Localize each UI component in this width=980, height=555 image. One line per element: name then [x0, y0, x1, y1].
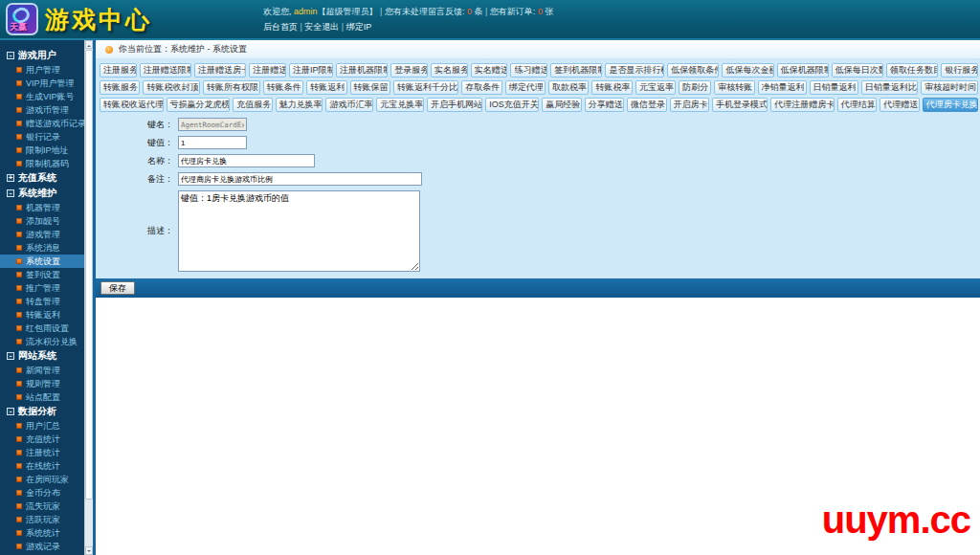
- tab-button[interactable]: 实名服务: [431, 63, 468, 78]
- sidebar-scrollbar[interactable]: [84, 40, 93, 555]
- sidebar-item[interactable]: 站点配置: [0, 390, 84, 404]
- tab-button[interactable]: 转账税率: [591, 80, 632, 95]
- tab-button[interactable]: 转账返利: [306, 80, 346, 95]
- tab-button[interactable]: 审核转账: [714, 80, 754, 95]
- tab-button[interactable]: 微信登录: [627, 98, 666, 112]
- scroll-down-icon[interactable]: [85, 546, 93, 555]
- minus-box-icon[interactable]: -: [7, 189, 14, 197]
- name-field[interactable]: [178, 154, 315, 167]
- scroll-up-icon[interactable]: [85, 40, 93, 49]
- tab-button[interactable]: IOS充值开关: [485, 98, 539, 112]
- tab-button[interactable]: 赢局经验: [542, 98, 581, 112]
- tab-button[interactable]: 签到机器限制: [550, 63, 602, 78]
- sidebar-section[interactable]: -数据分析: [0, 404, 84, 419]
- tab-button[interactable]: 转账税收封顶: [143, 80, 200, 95]
- header-link[interactable]: 绑定IP: [346, 22, 372, 32]
- tab-button[interactable]: 开启手机网站: [427, 98, 482, 112]
- sidebar-item[interactable]: 推广管理: [0, 281, 84, 295]
- tab-button[interactable]: 转账条件: [263, 80, 303, 95]
- sidebar-item[interactable]: 规则管理: [0, 377, 84, 390]
- sidebar-item[interactable]: 新闻管理: [0, 364, 84, 377]
- tab-button[interactable]: 绑定代理: [505, 80, 546, 95]
- sidebar-item[interactable]: 限制机器码: [0, 157, 84, 170]
- tab-button[interactable]: 实名赠送: [471, 63, 508, 78]
- minus-box-icon[interactable]: -: [7, 408, 14, 415]
- tab-button[interactable]: 注册机器限制: [336, 63, 388, 78]
- tab-button[interactable]: 领取任务数目: [886, 63, 938, 78]
- header-link[interactable]: 安全退出: [304, 22, 339, 32]
- sidebar-item[interactable]: 金币分布: [0, 486, 84, 500]
- tab-button[interactable]: 转账服务: [100, 80, 140, 95]
- sidebar-item[interactable]: 红包雨设置: [0, 322, 84, 335]
- minus-box-icon[interactable]: -: [7, 52, 14, 59]
- sidebar-item[interactable]: 游戏币管理: [0, 103, 84, 117]
- key-value-field[interactable]: [178, 136, 247, 149]
- tab-button[interactable]: 分享赠送: [585, 98, 624, 112]
- tab-button[interactable]: 开启房卡: [670, 98, 709, 112]
- sidebar-item[interactable]: VIP用户管理: [0, 77, 84, 90]
- tab-button[interactable]: 手机登录模式: [712, 98, 768, 112]
- sidebar-item[interactable]: 系统统计: [0, 526, 84, 540]
- save-button[interactable]: 保存: [100, 281, 135, 295]
- tab-button[interactable]: 代理赠送: [880, 98, 919, 112]
- tab-button[interactable]: 练习赠送: [510, 63, 547, 78]
- tab-button[interactable]: 魅力兑换率: [276, 98, 323, 112]
- tab-button[interactable]: 存取条件: [461, 80, 501, 95]
- tab-button[interactable]: 低保机器限制: [777, 63, 829, 78]
- tab-button[interactable]: 注册赠送限制: [140, 63, 191, 78]
- tab-button[interactable]: 注册IP限制: [289, 63, 333, 78]
- note-field[interactable]: [178, 172, 422, 186]
- sidebar-item[interactable]: 转账返利: [0, 308, 84, 322]
- sidebar-section[interactable]: -系统维护: [0, 186, 84, 201]
- tab-button[interactable]: 元宝返率: [635, 80, 676, 95]
- header-link[interactable]: 后台首页: [263, 22, 298, 32]
- sidebar-item[interactable]: 转盘管理: [0, 295, 84, 308]
- sidebar-item[interactable]: 签到设置: [0, 268, 84, 281]
- tab-button[interactable]: 代理注册赠房卡: [770, 98, 835, 112]
- tab-button[interactable]: 转账返利千分比: [393, 80, 458, 95]
- sidebar-item[interactable]: 活跃玩家: [0, 513, 84, 526]
- tab-button[interactable]: 低保每日次数: [832, 63, 883, 78]
- sidebar-item[interactable]: 在线统计: [0, 459, 84, 473]
- tab-button[interactable]: 充值服务: [233, 98, 272, 112]
- tab-button[interactable]: 代理房卡兑换: [923, 98, 978, 112]
- sidebar-section[interactable]: +充值系统: [0, 170, 84, 186]
- sidebar-item[interactable]: 系统设置: [0, 255, 84, 268]
- sidebar-item[interactable]: 流水积分兑换: [0, 335, 84, 348]
- plus-box-icon[interactable]: +: [7, 174, 14, 182]
- sidebar-item[interactable]: 银行记录: [0, 130, 84, 144]
- sidebar-item[interactable]: 游戏管理: [0, 228, 84, 241]
- tab-button[interactable]: 转账税收返代理: [100, 98, 164, 112]
- sidebar-item[interactable]: 添加靓号: [0, 214, 84, 228]
- description-field[interactable]: 键值：1房卡兑换游戏币的值: [178, 190, 420, 272]
- tab-button[interactable]: 代理结算: [837, 98, 877, 112]
- tab-button[interactable]: 是否显示排行榜: [605, 63, 664, 78]
- tab-button[interactable]: 注册赠送: [249, 63, 286, 78]
- sidebar-item[interactable]: 机器管理: [0, 201, 84, 214]
- tab-button[interactable]: 转账所有权限: [203, 80, 260, 95]
- tab-button[interactable]: 低保每次金额: [722, 63, 773, 78]
- tab-button[interactable]: 取款税率: [548, 80, 589, 95]
- tab-button[interactable]: 低保领取条件: [667, 63, 719, 78]
- sidebar-item[interactable]: 赠送游戏币记录: [0, 117, 84, 130]
- minus-box-icon[interactable]: -: [7, 352, 14, 360]
- tab-button[interactable]: 防刷分: [679, 80, 711, 95]
- tab-button[interactable]: 净销量返利: [758, 80, 807, 95]
- sidebar-item[interactable]: 游戏记录: [0, 540, 84, 553]
- sidebar-item[interactable]: 在房间玩家: [0, 473, 84, 486]
- tab-button[interactable]: 注册赠送房卡: [194, 63, 246, 78]
- sidebar-section[interactable]: -游戏用户: [0, 48, 84, 63]
- sidebar-item[interactable]: 用户汇总: [0, 419, 84, 433]
- tab-button[interactable]: 转账保留: [350, 80, 390, 95]
- tab-button[interactable]: 银行服务: [941, 63, 978, 78]
- tab-button[interactable]: 日销量返利: [810, 80, 858, 95]
- tab-button[interactable]: 登录服务: [390, 63, 428, 78]
- sidebar-item[interactable]: 系统消息: [0, 241, 84, 255]
- scrollbar-thumb[interactable]: [85, 50, 93, 500]
- tab-button[interactable]: 注册服务: [100, 63, 137, 78]
- tab-button[interactable]: 日销量返利比: [861, 80, 919, 95]
- sidebar-item[interactable]: 限制IP地址: [0, 144, 84, 157]
- sidebar-item[interactable]: 注册统计: [0, 446, 84, 459]
- tab-button[interactable]: 审核超时时间: [921, 80, 978, 95]
- sidebar-item[interactable]: 流失玩家: [0, 500, 84, 513]
